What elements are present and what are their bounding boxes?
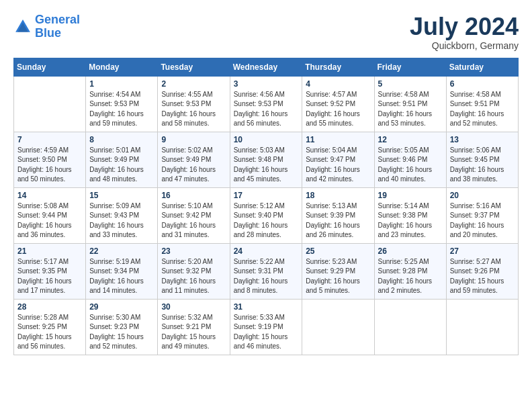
header-wednesday: Wednesday [230,58,302,76]
day-number: 14 [17,191,82,200]
calendar-cell: 31Sunrise: 5:33 AMSunset: 9:19 PMDayligh… [230,299,302,355]
day-info: Sunrise: 5:10 AMSunset: 9:42 PMDaylight:… [161,201,226,240]
calendar-cell: 9Sunrise: 5:02 AMSunset: 9:49 PMDaylight… [158,132,230,187]
calendar-cell: 5Sunrise: 4:58 AMSunset: 9:51 PMDaylight… [374,76,446,132]
calendar-cell: 1Sunrise: 4:54 AMSunset: 9:53 PMDaylight… [86,76,158,132]
calendar-cell: 12Sunrise: 5:05 AMSunset: 9:46 PMDayligh… [374,132,446,187]
calendar-cell [446,299,518,355]
day-number: 27 [450,246,515,256]
day-info: Sunrise: 4:57 AMSunset: 9:52 PMDaylight:… [306,90,370,129]
calendar-cell: 18Sunrise: 5:13 AMSunset: 9:39 PMDayligh… [302,187,374,243]
day-info: Sunrise: 5:30 AMSunset: 9:23 PMDaylight:… [89,313,154,352]
calendar-cell: 19Sunrise: 5:14 AMSunset: 9:38 PMDayligh… [374,187,446,243]
day-number: 29 [89,302,154,312]
location-subtitle: Quickborn, Germany [410,40,519,51]
day-number: 23 [161,246,226,256]
day-info: Sunrise: 5:02 AMSunset: 9:49 PMDaylight:… [161,146,226,185]
day-info: Sunrise: 4:58 AMSunset: 9:51 PMDaylight:… [378,90,443,129]
calendar-cell: 22Sunrise: 5:19 AMSunset: 9:34 PMDayligh… [86,243,158,299]
day-info: Sunrise: 5:06 AMSunset: 9:45 PMDaylight:… [450,146,515,185]
day-info: Sunrise: 5:05 AMSunset: 9:46 PMDaylight:… [378,146,443,185]
day-info: Sunrise: 5:13 AMSunset: 9:39 PMDaylight:… [306,201,370,240]
day-number: 3 [234,79,299,89]
day-info: Sunrise: 5:12 AMSunset: 9:40 PMDaylight:… [234,201,299,240]
day-number: 16 [161,191,226,200]
day-number: 31 [234,302,299,312]
calendar-cell: 21Sunrise: 5:17 AMSunset: 9:35 PMDayligh… [14,243,86,299]
day-info: Sunrise: 5:16 AMSunset: 9:37 PMDaylight:… [450,201,515,240]
day-number: 26 [378,246,443,256]
calendar-cell: 8Sunrise: 5:01 AMSunset: 9:49 PMDaylight… [86,132,158,187]
calendar-cell: 29Sunrise: 5:30 AMSunset: 9:23 PMDayligh… [86,299,158,355]
day-info: Sunrise: 5:27 AMSunset: 9:26 PMDaylight:… [450,257,515,296]
day-number: 28 [17,302,82,312]
day-number: 22 [89,246,154,256]
day-number: 20 [450,191,515,200]
calendar-week-4: 21Sunrise: 5:17 AMSunset: 9:35 PMDayligh… [14,243,519,299]
calendar-header: SundayMondayTuesdayWednesdayThursdayFrid… [14,58,519,76]
calendar-cell: 24Sunrise: 5:22 AMSunset: 9:31 PMDayligh… [230,243,302,299]
day-info: Sunrise: 5:28 AMSunset: 9:25 PMDaylight:… [17,313,82,352]
calendar-cell [14,76,86,132]
calendar-cell: 3Sunrise: 4:56 AMSunset: 9:53 PMDaylight… [230,76,302,132]
calendar-cell: 15Sunrise: 5:09 AMSunset: 9:43 PMDayligh… [86,187,158,243]
calendar-week-1: 1Sunrise: 4:54 AMSunset: 9:53 PMDaylight… [14,76,519,132]
day-number: 1 [89,79,154,89]
day-info: Sunrise: 4:56 AMSunset: 9:53 PMDaylight:… [234,90,299,129]
day-info: Sunrise: 5:03 AMSunset: 9:48 PMDaylight:… [234,146,299,185]
calendar-week-3: 14Sunrise: 5:08 AMSunset: 9:44 PMDayligh… [14,187,519,243]
day-info: Sunrise: 5:32 AMSunset: 9:21 PMDaylight:… [161,313,226,352]
logo-icon [13,17,32,36]
calendar-week-5: 28Sunrise: 5:28 AMSunset: 9:25 PMDayligh… [14,299,519,355]
calendar-cell: 2Sunrise: 4:55 AMSunset: 9:53 PMDaylight… [158,76,230,132]
title-block: July 2024 Quickborn, Germany [410,13,519,51]
day-number: 4 [306,79,370,89]
day-info: Sunrise: 5:23 AMSunset: 9:29 PMDaylight:… [306,257,370,296]
day-info: Sunrise: 5:33 AMSunset: 9:19 PMDaylight:… [234,313,299,352]
calendar-cell: 26Sunrise: 5:25 AMSunset: 9:28 PMDayligh… [374,243,446,299]
calendar-cell: 20Sunrise: 5:16 AMSunset: 9:37 PMDayligh… [446,187,518,243]
day-number: 17 [234,191,299,200]
calendar-cell: 7Sunrise: 4:59 AMSunset: 9:50 PMDaylight… [14,132,86,187]
day-number: 9 [161,135,226,144]
day-number: 24 [234,246,299,256]
calendar-cell: 23Sunrise: 5:20 AMSunset: 9:32 PMDayligh… [158,243,230,299]
day-number: 13 [450,135,515,144]
header-monday: Monday [86,58,158,76]
header-sunday: Sunday [14,58,86,76]
calendar-cell [374,299,446,355]
day-info: Sunrise: 5:22 AMSunset: 9:31 PMDaylight:… [234,257,299,296]
calendar-cell: 27Sunrise: 5:27 AMSunset: 9:26 PMDayligh… [446,243,518,299]
day-info: Sunrise: 4:55 AMSunset: 9:53 PMDaylight:… [161,90,226,129]
day-number: 15 [89,191,154,200]
day-number: 6 [450,79,515,89]
day-info: Sunrise: 5:09 AMSunset: 9:43 PMDaylight:… [89,201,154,240]
calendar-cell: 30Sunrise: 5:32 AMSunset: 9:21 PMDayligh… [158,299,230,355]
day-info: Sunrise: 5:08 AMSunset: 9:44 PMDaylight:… [17,201,82,240]
calendar-cell: 11Sunrise: 5:04 AMSunset: 9:47 PMDayligh… [302,132,374,187]
calendar-cell: 13Sunrise: 5:06 AMSunset: 9:45 PMDayligh… [446,132,518,187]
day-number: 25 [306,246,370,256]
day-info: Sunrise: 4:59 AMSunset: 9:50 PMDaylight:… [17,146,82,185]
day-number: 19 [378,191,443,200]
calendar-cell: 28Sunrise: 5:28 AMSunset: 9:25 PMDayligh… [14,299,86,355]
day-number: 18 [306,191,370,200]
calendar-cell: 6Sunrise: 4:58 AMSunset: 9:51 PMDaylight… [446,76,518,132]
day-number: 7 [17,135,82,144]
header-thursday: Thursday [302,58,374,76]
calendar-cell: 17Sunrise: 5:12 AMSunset: 9:40 PMDayligh… [230,187,302,243]
day-info: Sunrise: 5:25 AMSunset: 9:28 PMDaylight:… [378,257,443,296]
day-number: 2 [161,79,226,89]
month-title: July 2024 [410,13,519,40]
day-info: Sunrise: 5:01 AMSunset: 9:49 PMDaylight:… [89,146,154,185]
day-info: Sunrise: 5:04 AMSunset: 9:47 PMDaylight:… [306,146,370,185]
calendar-cell: 14Sunrise: 5:08 AMSunset: 9:44 PMDayligh… [14,187,86,243]
day-info: Sunrise: 5:14 AMSunset: 9:38 PMDaylight:… [378,201,443,240]
header-tuesday: Tuesday [158,58,230,76]
day-number: 8 [89,135,154,144]
calendar-cell [302,299,374,355]
day-number: 12 [378,135,443,144]
calendar-table: SundayMondayTuesdayWednesdayThursdayFrid… [13,58,519,355]
day-info: Sunrise: 4:58 AMSunset: 9:51 PMDaylight:… [450,90,515,129]
calendar-cell: 25Sunrise: 5:23 AMSunset: 9:29 PMDayligh… [302,243,374,299]
